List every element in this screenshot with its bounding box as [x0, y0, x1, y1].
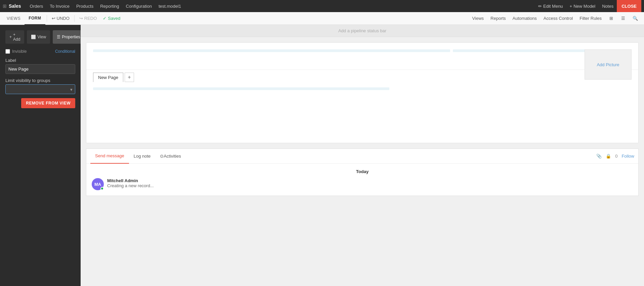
add-button[interactable]: + + Add — [5, 30, 24, 44]
follow-button[interactable]: Follow — [621, 154, 634, 159]
automations-button[interactable]: Automations — [509, 12, 540, 25]
tab-field-1 — [93, 87, 389, 90]
redo-icon: ↪ — [79, 16, 83, 21]
form-tab-new-page[interactable]: New Page — [93, 73, 123, 82]
status-dot — [100, 187, 104, 190]
close-button[interactable]: CLOSE — [617, 0, 641, 12]
view-button[interactable]: ⬜ View — [27, 30, 50, 44]
list-view-icon[interactable]: ☰ — [617, 12, 629, 25]
notes-button[interactable]: Notes — [599, 0, 617, 12]
conditional-link[interactable]: Conditional — [55, 49, 75, 54]
top-navigation: ⊞ Sales Orders To Invoice Products Repor… — [0, 0, 644, 12]
right-actions: Views Reports Automations Access Control… — [469, 12, 641, 25]
attachment-icon: 📎 — [596, 154, 602, 159]
visibility-field: Limit visibility to groups — [5, 78, 75, 94]
pipeline-bar[interactable]: Add a pipeline status bar — [81, 25, 644, 37]
chatter-section: Send message Log note ⊙ Activities 📎 🔒 0… — [86, 149, 639, 196]
form-tabs-row: New Page + — [86, 70, 638, 82]
table-view-icon[interactable]: ⊞ — [605, 12, 617, 25]
chatter-right: 📎 🔒 0 Follow — [596, 154, 634, 159]
chatter-tab-log-note[interactable]: Log note — [129, 149, 156, 164]
lock-icon: 🔒 — [606, 154, 611, 159]
new-model-button[interactable]: + New Model — [566, 0, 599, 12]
clock-icon: ⊙ — [160, 154, 164, 159]
add-tab-button[interactable]: + — [125, 73, 134, 82]
list-icon: ☰ — [57, 35, 60, 39]
invisible-label: Invisible Conditional — [5, 49, 75, 54]
field-row-1 — [93, 49, 632, 52]
nav-test-model[interactable]: test.model1 — [155, 0, 184, 12]
visibility-select-wrapper — [5, 84, 75, 94]
second-toolbar: VIEWS FORM ↩ UNDO ↪ REDO ✓ Saved Views R… — [0, 12, 644, 25]
plus-icon: + — [9, 35, 12, 39]
sidebar-top-tabs: + + Add ⬜ View ☰ Properties — [5, 30, 75, 44]
label-field: Label — [5, 58, 75, 74]
invisible-field: Invisible Conditional — [5, 49, 75, 54]
saved-status: ✓ Saved — [100, 16, 123, 21]
remove-from-view-button[interactable]: REMOVE FROM VIEW — [21, 98, 75, 108]
avatar: MA — [92, 178, 104, 190]
chatter-tab-send-message[interactable]: Send message — [90, 149, 129, 164]
pencil-icon: ✏ — [538, 4, 542, 9]
tab-views[interactable]: VIEWS — [3, 12, 25, 25]
nav-to-invoice[interactable]: To Invoice — [46, 0, 73, 12]
add-picture-button[interactable]: Add Picture — [585, 49, 632, 80]
form-header: Add Picture — [86, 43, 638, 70]
form-area: Add Picture New Page + — [86, 42, 639, 143]
nav-orders[interactable]: Orders — [27, 0, 47, 12]
sidebar: + + Add ⬜ View ☰ Properties Invisible Co… — [0, 25, 81, 286]
search-icon[interactable]: 🔍 — [629, 12, 641, 25]
tab-content — [86, 82, 638, 109]
today-label: Today — [92, 169, 633, 174]
message-row: MA Mitchell Admin Creating a new record.… — [92, 178, 633, 190]
message-text: Creating a new record... — [107, 183, 154, 188]
content-area: Add a pipeline status bar Add Picture Ne… — [81, 25, 644, 286]
reports-button[interactable]: Reports — [487, 12, 509, 25]
attachment-count: 0 — [615, 154, 617, 159]
properties-button[interactable]: ☰ Properties — [53, 30, 84, 44]
main-layout: + + Add ⬜ View ☰ Properties Invisible Co… — [0, 25, 644, 286]
label-field-label: Label — [5, 58, 16, 63]
chatter-tabs: Send message Log note ⊙ Activities 📎 🔒 0… — [86, 149, 638, 164]
undo-button[interactable]: ↩ UNDO — [48, 12, 73, 25]
toolbar-separator-2 — [74, 15, 75, 22]
plus-icon: + — [570, 4, 572, 9]
nav-configuration[interactable]: Configuration — [123, 0, 155, 12]
check-icon: ✓ — [103, 16, 106, 21]
sender-name: Mitchell Admin — [107, 178, 154, 183]
tab-form[interactable]: FORM — [25, 12, 45, 25]
filter-rules-button[interactable]: Filter Rules — [576, 12, 605, 25]
invisible-checkbox[interactable] — [5, 49, 10, 54]
toolbar-separator — [47, 15, 47, 22]
nav-reporting[interactable]: Reporting — [97, 0, 122, 12]
views-button[interactable]: Views — [469, 12, 487, 25]
redo-button[interactable]: ↪ REDO — [76, 12, 100, 25]
message-content: Mitchell Admin Creating a new record... — [107, 178, 154, 188]
visibility-select[interactable] — [5, 84, 75, 94]
chatter-tab-activities[interactable]: ⊙ Activities — [155, 149, 185, 164]
nav-products[interactable]: Products — [73, 0, 97, 12]
label-input[interactable] — [5, 64, 75, 74]
undo-icon: ↩ — [52, 16, 55, 21]
chatter-body: Today MA Mitchell Admin Creating a new r… — [86, 164, 638, 196]
grid-icon: ⊞ — [3, 3, 7, 9]
access-control-button[interactable]: Access Control — [540, 12, 576, 25]
view-icon: ⬜ — [31, 35, 36, 39]
field-placeholder-1 — [93, 49, 450, 52]
app-name: Sales — [9, 3, 21, 9]
edit-menu-button[interactable]: ✏ Edit Menu — [535, 0, 566, 12]
visibility-label: Limit visibility to groups — [5, 78, 75, 83]
